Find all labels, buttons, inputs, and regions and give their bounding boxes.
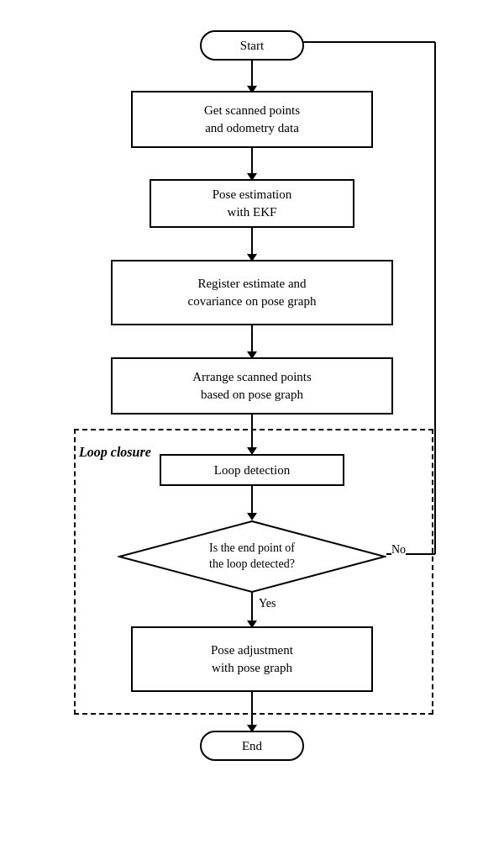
step5-node: Loop detection <box>160 454 344 486</box>
step6-node: Pose adjustmentwith pose graph <box>131 626 373 692</box>
end-node: End <box>200 731 304 761</box>
step4-label: Arrange scanned pointsbased on pose grap… <box>192 368 312 404</box>
step6-label: Pose adjustmentwith pose graph <box>211 642 293 677</box>
step2-node: Pose estimationwith EKF <box>150 179 354 228</box>
start-node: Start <box>200 30 304 61</box>
loop-closure-label: Loop closure <box>79 444 151 462</box>
yes-label: Yes <box>259 597 276 610</box>
step1-node: Get scanned pointsand odometry data <box>131 91 373 148</box>
step5-label: Loop detection <box>214 463 290 478</box>
step4-node: Arrange scanned pointsbased on pose grap… <box>111 357 393 415</box>
step3-label: Register estimate andcovariance on pose … <box>188 275 317 310</box>
diamond-label: Is the end point ofthe loop detected? <box>209 541 295 573</box>
step3-node: Register estimate andcovariance on pose … <box>111 260 393 325</box>
no-label: No <box>391 543 406 557</box>
end-label: End <box>242 739 262 753</box>
step1-label: Get scanned pointsand odometry data <box>204 102 300 137</box>
start-label: Start <box>240 39 264 53</box>
diamond-node: Is the end point ofthe loop detected? <box>118 520 386 594</box>
step2-label: Pose estimationwith EKF <box>213 186 292 221</box>
